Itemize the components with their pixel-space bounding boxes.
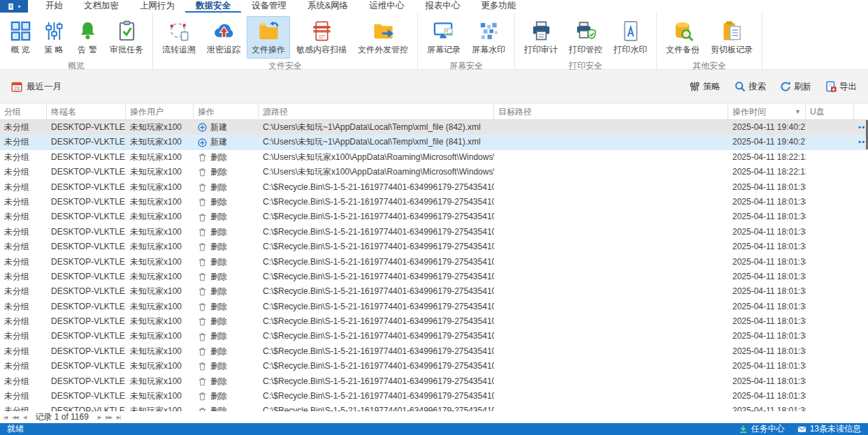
user-cell: 未知玩家x100 [126, 300, 194, 314]
trash-icon [198, 377, 207, 386]
ribbon-group-file-security-group: 流转追溯泄密追踪文件操作敏感内容扫描文件外发管控文件安全 [153, 13, 418, 69]
user-cell: 未知玩家x100 [126, 135, 194, 149]
group-cell: 未分组 [0, 195, 47, 209]
search-button[interactable]: 搜索 [735, 81, 766, 93]
menu-tab-data-security[interactable]: 数据安全 [185, 0, 241, 13]
ribbon-item-file-backup[interactable]: 文件备份 [661, 16, 704, 59]
terminal-cell: DESKTOP-VLKTLE1 [47, 180, 126, 195]
operation-label: 删除 [210, 374, 227, 389]
terminal-cell: DESKTOP-VLKTLE1 [47, 389, 126, 404]
policy-filter-button[interactable]: 策略 [689, 81, 721, 93]
column-header-0[interactable]: 分组 [0, 104, 47, 119]
table-row[interactable]: 未分组DESKTOP-VLKTLE1未知玩家x100删除C:\$Recycle.… [0, 314, 868, 329]
ribbon-item-file-outgoing[interactable]: 文件外发管控 [353, 16, 413, 59]
table-row[interactable]: 未分组DESKTOP-VLKTLE1未知玩家x100删除C:\$Recycle.… [0, 225, 868, 239]
ribbon-item-clipboard-record[interactable]: 剪切板记录 [706, 16, 758, 59]
ribbon-item-label: 流转追溯 [162, 44, 196, 56]
pager-forward-button[interactable]: ▶▶ [106, 415, 112, 420]
ribbon-item-overview[interactable]: 概 览 [4, 16, 36, 59]
ribbon-item-print-control[interactable]: 打印管控 [564, 16, 607, 59]
column-header-4[interactable]: 源路径 [259, 104, 494, 119]
terminal-cell: DESKTOP-VLKTLE1 [47, 195, 126, 209]
table-row[interactable]: 未分组DESKTOP-VLKTLE1未知玩家x100删除C:\$Recycle.… [0, 239, 868, 254]
pager-first-button[interactable]: |◀ [3, 415, 7, 420]
ribbon-item-file-operation[interactable]: 文件操作 [247, 16, 290, 59]
menu-tab-start[interactable]: 开始 [35, 0, 73, 13]
ribbon-item-approval-tasks[interactable]: 审批任务 [105, 16, 148, 59]
target-path-cell [494, 270, 728, 284]
menu-tab-device-management[interactable]: 设备管理 [241, 0, 297, 13]
table-row[interactable]: 未分组DESKTOP-VLKTLE1未知玩家x100删除C:\$Recycle.… [0, 209, 868, 224]
operation-cell: 删除 [194, 225, 259, 239]
ribbon-item-print-watermark[interactable]: 打印水印 [609, 16, 652, 59]
table-row[interactable]: 未分组DESKTOP-VLKTLE1未知玩家x100删除C:\Users\未知玩… [0, 165, 868, 179]
time-cell: 2025-04-11 18:01:38 [728, 404, 806, 411]
source-path-cell: C:\Users\未知玩家x100\AppData\Roaming\Micros… [259, 150, 494, 165]
column-header-5[interactable]: 目标路径 [494, 104, 728, 119]
target-path-cell [494, 165, 728, 179]
table-row[interactable]: 未分组DESKTOP-VLKTLE1未知玩家x100删除C:\$Recycle.… [0, 180, 868, 195]
pager-rewind-button[interactable]: ◀◀ [12, 415, 18, 420]
menu-bar: ▼ 开始文档加密上网行为数据安全设备管理系统&网络运维中心报表中心更多功能 [0, 0, 868, 13]
column-header-8[interactable] [854, 104, 868, 119]
date-range-filter[interactable]: 23 最近一月 [11, 81, 62, 93]
table-row[interactable]: 未分组DESKTOP-VLKTLE1未知玩家x100删除C:\Users\未知玩… [0, 150, 868, 165]
table-row[interactable]: 未分组DESKTOP-VLKTLE1未知玩家x100删除C:\$Recycle.… [0, 359, 868, 374]
column-header-6[interactable]: 操作时间▼ [728, 104, 806, 119]
table-row[interactable]: 未分组DESKTOP-VLKTLE1未知玩家x100新建C:\Users\未知玩… [0, 120, 868, 135]
menu-tab-doc-encryption[interactable]: 文档加密 [73, 0, 129, 13]
pager-last-button[interactable]: ▶| [117, 415, 120, 420]
source-path-cell: C:\$Recycle.Bin\S-1-5-21-1619774401-6349… [259, 404, 494, 411]
column-header-3[interactable]: 操作 [194, 104, 259, 119]
table-row[interactable]: 未分组DESKTOP-VLKTLE1未知玩家x100删除C:\$Recycle.… [0, 284, 868, 299]
source-path-cell: C:\Users\未知玩~1\AppData\Local\Temp\xml_fi… [259, 135, 494, 149]
ribbon-item-screen-watermark[interactable]: 屏幕水印 [467, 16, 510, 59]
ribbon-item-leak-trace[interactable]: 泄密追踪 [202, 16, 245, 59]
source-path-cell: C:\$Recycle.Bin\S-1-5-21-1619774401-6349… [259, 195, 494, 209]
operation-cell: 删除 [194, 209, 259, 224]
table-row[interactable]: 未分组DESKTOP-VLKTLE1未知玩家x100删除C:\$Recycle.… [0, 300, 868, 314]
operation-label: 删除 [210, 225, 227, 239]
ribbon-item-label: 剪切板记录 [711, 44, 753, 56]
status-right: 任务中心 13条未读信息 [739, 423, 861, 435]
column-header-2[interactable]: 操作用户 [126, 104, 194, 119]
menu-tab-report-center[interactable]: 报表中心 [414, 0, 470, 13]
table-row[interactable]: 未分组DESKTOP-VLKTLE1未知玩家x100删除C:\$Recycle.… [0, 344, 868, 359]
refresh-button[interactable]: 刷新 [780, 81, 811, 93]
app-menu-button[interactable]: ▼ [0, 0, 28, 13]
screen-watermark-icon [478, 20, 500, 42]
task-center-button[interactable]: 任务中心 [739, 423, 785, 435]
ribbon-item-policy[interactable]: 策 略 [38, 16, 70, 59]
table-row[interactable]: 未分组DESKTOP-VLKTLE1未知玩家x100删除C:\$Recycle.… [0, 374, 868, 389]
pager-prev-button[interactable]: ◀ [23, 415, 26, 420]
table-row[interactable]: 未分组DESKTOP-VLKTLE1未知玩家x100删除C:\$Recycle.… [0, 195, 868, 209]
pager-next-button[interactable]: ▶ [98, 415, 101, 420]
ribbon-item-screen-record[interactable]: 屏幕记录 [422, 16, 465, 59]
trash-icon [198, 302, 207, 311]
table-header: 分组终端名操作用户操作源路径目标路径操作时间▼U盘 [0, 103, 868, 120]
target-path-cell [494, 120, 728, 135]
table-row[interactable]: 未分组DESKTOP-VLKTLE1未知玩家x100删除C:\$Recycle.… [0, 270, 868, 284]
ribbon-item-print-audit[interactable]: 打印审计 [519, 16, 563, 59]
table-row[interactable]: 未分组DESKTOP-VLKTLE1未知玩家x100删除C:\$Recycle.… [0, 329, 868, 344]
table-row[interactable]: 未分组DESKTOP-VLKTLE1未知玩家x100删除C:\$Recycle.… [0, 255, 868, 270]
ribbon-item-alert[interactable]: 告 警 [71, 16, 103, 59]
column-header-7[interactable]: U盘 [806, 104, 854, 119]
operation-label: 删除 [210, 209, 227, 224]
usb-cell [806, 270, 854, 284]
unread-messages-button[interactable]: 13条未读信息 [797, 423, 861, 435]
table-row[interactable]: 未分组DESKTOP-VLKTLE1未知玩家x100新建C:\Users\未知玩… [0, 135, 868, 149]
svg-text:23: 23 [14, 86, 20, 91]
menu-tab-ops-center[interactable]: 运维中心 [359, 0, 414, 13]
ribbon-item-sensitive-scan[interactable]: 敏感内容扫描 [291, 16, 352, 59]
menu-tab-web-behavior[interactable]: 上网行为 [129, 0, 185, 13]
export-button[interactable]: 导出 [825, 81, 857, 93]
group-cell: 未分组 [0, 270, 47, 284]
table-row[interactable]: 未分组DESKTOP-VLKTLE1未知玩家x100删除C:\$Recycle.… [0, 389, 868, 404]
table-row[interactable]: 未分组DESKTOP-VLKTLE1未知玩家x100删除C:\$Recycle.… [0, 404, 868, 411]
menu-tab-system-network[interactable]: 系统&网络 [297, 0, 359, 13]
column-header-1[interactable]: 终端名 [47, 104, 126, 119]
filter-dropdown-icon[interactable]: ▼ [792, 104, 801, 119]
menu-tab-more-functions[interactable]: 更多功能 [470, 0, 526, 13]
ribbon-item-flow-trace[interactable]: 流转追溯 [157, 16, 201, 59]
